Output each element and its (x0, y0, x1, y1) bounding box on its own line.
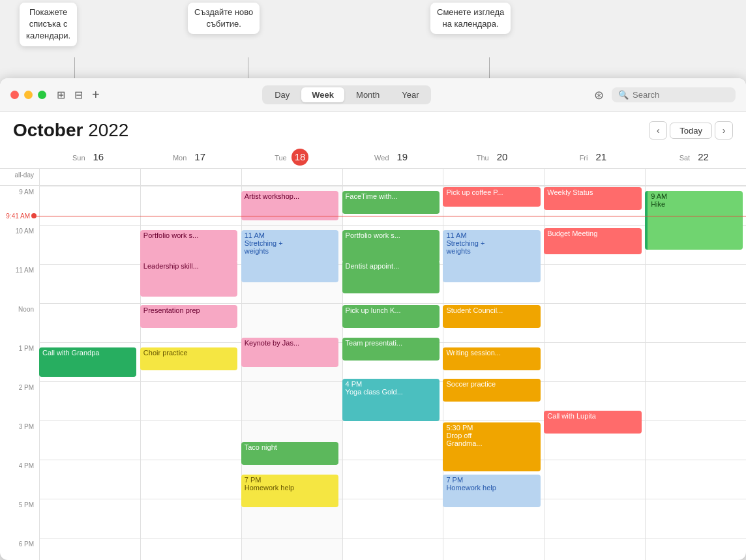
tooltip-line-2 (248, 57, 248, 78)
time-cell-6-0[interactable] (39, 420, 140, 460)
time-cell-4-0[interactable] (39, 342, 140, 381)
time-cell-2-3[interactable] (342, 264, 443, 303)
time-cell-2-6[interactable] (645, 264, 746, 303)
day-name-fri: Fri (580, 154, 588, 162)
time-cell-1-5[interactable] (544, 225, 645, 264)
time-cell-2-5[interactable] (544, 264, 645, 303)
time-cell-7-1[interactable] (140, 460, 241, 499)
time-cell-0-5[interactable] (544, 186, 645, 225)
traffic-lights (10, 91, 46, 99)
toolbar-icons: ⊞ ⊟ + (57, 87, 100, 102)
time-cell-4-6[interactable] (645, 342, 746, 381)
time-cell-6-4[interactable] (443, 420, 544, 460)
time-cell-0-0[interactable] (39, 186, 140, 225)
time-label-1: 10 AM (0, 225, 39, 264)
day-header-tue: Tue 18 (241, 146, 342, 168)
time-cell-0-4[interactable] (443, 186, 544, 225)
time-cell-7-5[interactable] (544, 460, 645, 499)
time-cell-9-6[interactable] (645, 538, 746, 560)
time-cell-8-3[interactable] (342, 499, 443, 538)
time-cell-8-1[interactable] (140, 499, 241, 538)
time-cell-4-3[interactable] (342, 342, 443, 381)
time-cell-3-0[interactable] (39, 303, 140, 342)
time-cell-4-1[interactable] (140, 342, 241, 381)
time-cell-8-4[interactable] (443, 499, 544, 538)
time-cell-2-1[interactable] (140, 264, 241, 303)
time-cell-8-5[interactable] (544, 499, 645, 538)
time-cell-1-6[interactable] (645, 225, 746, 264)
siri-button[interactable]: ⊛ (594, 88, 604, 102)
time-cell-7-0[interactable] (39, 460, 140, 499)
time-cell-4-5[interactable] (544, 342, 645, 381)
inbox-icon[interactable]: ⊟ (74, 89, 83, 101)
allday-cell-sun[interactable] (39, 169, 140, 185)
allday-cell-tue[interactable] (241, 169, 342, 185)
time-cell-8-6[interactable] (645, 499, 746, 538)
time-cell-0-6[interactable] (645, 186, 746, 225)
time-cell-2-2[interactable] (241, 264, 342, 303)
time-cell-1-4[interactable] (443, 225, 544, 264)
time-cell-5-5[interactable] (544, 381, 645, 420)
time-cell-7-4[interactable] (443, 460, 544, 499)
time-cell-3-4[interactable] (443, 303, 544, 342)
time-cell-5-1[interactable] (140, 381, 241, 420)
allday-cell-mon[interactable] (140, 169, 241, 185)
time-cell-8-2[interactable] (241, 499, 342, 538)
time-cell-9-3[interactable] (342, 538, 443, 560)
allday-cell-wed[interactable] (342, 169, 443, 185)
time-cell-9-1[interactable] (140, 538, 241, 560)
allday-cell-sat[interactable] (645, 169, 746, 185)
time-cell-6-3[interactable] (342, 420, 443, 460)
tab-year[interactable]: Year (391, 87, 429, 102)
time-cell-0-3[interactable] (342, 186, 443, 225)
time-cell-1-3[interactable] (342, 225, 443, 264)
time-cell-1-1[interactable] (140, 225, 241, 264)
search-input[interactable] (633, 90, 730, 100)
time-cell-6-1[interactable] (140, 420, 241, 460)
time-cell-3-1[interactable] (140, 303, 241, 342)
time-cell-7-6[interactable] (645, 460, 746, 499)
time-cell-2-4[interactable] (443, 264, 544, 303)
tab-day[interactable]: Day (264, 87, 300, 102)
prev-button[interactable]: ‹ (649, 121, 667, 140)
allday-cell-fri[interactable] (544, 169, 645, 185)
minimize-button[interactable] (24, 91, 33, 99)
time-cell-5-2[interactable] (241, 381, 342, 420)
time-cell-7-2[interactable] (241, 460, 342, 499)
time-cell-3-6[interactable] (645, 303, 746, 342)
time-cell-6-2[interactable] (241, 420, 342, 460)
time-label-9: 6 PM (0, 538, 39, 560)
tab-month[interactable]: Month (346, 87, 390, 102)
time-cell-9-4[interactable] (443, 538, 544, 560)
time-cell-5-0[interactable] (39, 381, 140, 420)
time-cell-5-6[interactable] (645, 381, 746, 420)
time-cell-3-3[interactable] (342, 303, 443, 342)
time-cell-7-3[interactable] (342, 460, 443, 499)
time-cell-9-0[interactable] (39, 538, 140, 560)
next-button[interactable]: › (715, 121, 733, 140)
time-cell-8-0[interactable] (39, 499, 140, 538)
time-cell-3-2[interactable] (241, 303, 342, 342)
time-cell-1-2[interactable] (241, 225, 342, 264)
time-cell-9-2[interactable] (241, 538, 342, 560)
time-cell-9-5[interactable] (544, 538, 645, 560)
allday-cell-thu[interactable] (443, 169, 544, 185)
calendar-list-icon[interactable]: ⊞ (57, 89, 65, 101)
time-cell-4-2[interactable] (241, 342, 342, 381)
time-cell-0-1[interactable] (140, 186, 241, 225)
time-cell-0-2[interactable] (241, 186, 342, 225)
time-cell-4-4[interactable] (443, 342, 544, 381)
time-cell-3-5[interactable] (544, 303, 645, 342)
time-cell-1-0[interactable] (39, 225, 140, 264)
time-cell-5-3[interactable] (342, 381, 443, 420)
time-cell-2-0[interactable] (39, 264, 140, 303)
add-event-button[interactable]: + (92, 87, 100, 102)
maximize-button[interactable] (38, 91, 46, 99)
time-cell-6-5[interactable] (544, 420, 645, 460)
time-cell-6-6[interactable] (645, 420, 746, 460)
close-button[interactable] (10, 91, 19, 99)
time-grid-scroll[interactable]: 9 AM10 AM11 AMNoon1 PM2 PM3 PM4 PM5 PM6 … (0, 186, 746, 560)
time-cell-5-4[interactable] (443, 381, 544, 420)
today-button[interactable]: Today (670, 123, 712, 139)
tab-week[interactable]: Week (301, 87, 344, 102)
